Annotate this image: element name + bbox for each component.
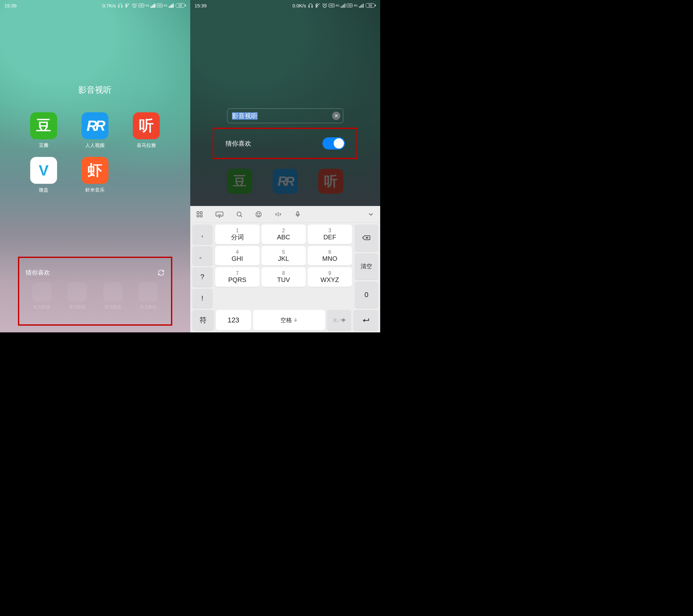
app-weipan[interactable]: V微盘 xyxy=(26,157,62,193)
mute-icon xyxy=(125,3,130,8)
app-ximalaya[interactable]: 听喜马拉雅 xyxy=(128,112,164,148)
dimmed-app-grid: 豆 RR 听 xyxy=(225,169,345,197)
collapse-keyboard-icon[interactable] xyxy=(368,211,374,218)
signal-icon xyxy=(359,3,364,8)
key-8[interactable]: 8TUV xyxy=(261,267,306,287)
key-exclaim[interactable]: ! xyxy=(192,289,213,308)
headphone-icon xyxy=(308,3,313,8)
svg-rect-9 xyxy=(200,212,202,213)
keyboard-toolbar xyxy=(190,206,380,223)
recommendation-placeholders: 暂无数据 暂无数据 暂无数据 暂无数据 xyxy=(26,282,164,310)
app-icon: 虾 xyxy=(81,157,108,184)
svg-point-20 xyxy=(237,212,241,216)
alarm-icon xyxy=(132,3,137,8)
svg-point-19 xyxy=(219,217,220,218)
app-icon: RR xyxy=(81,112,108,139)
backspace-icon xyxy=(361,234,371,241)
apps-icon[interactable] xyxy=(196,211,203,218)
placeholder-item: 暂无数据 xyxy=(61,282,94,310)
placeholder-item: 暂无数据 xyxy=(26,282,58,310)
svg-rect-0 xyxy=(118,6,119,7)
svg-rect-5 xyxy=(312,6,313,7)
alarm-icon xyxy=(322,3,327,8)
cursor-move-icon[interactable] xyxy=(274,211,282,218)
svg-point-22 xyxy=(256,212,261,217)
4g-label: 4G xyxy=(145,4,149,7)
app-icon: 听 xyxy=(133,112,160,139)
app-renren: RR xyxy=(271,169,299,197)
close-icon: ✕ xyxy=(334,113,338,119)
highlight-box: 猜你喜欢 xyxy=(213,128,358,159)
key-enter[interactable] xyxy=(353,310,378,331)
folder-title: 影音视听 xyxy=(0,84,190,96)
hd-badge: HD xyxy=(346,3,353,7)
key-2[interactable]: 2ABC xyxy=(261,224,306,244)
key-5[interactable]: 5JKL xyxy=(261,246,306,266)
signal-icon xyxy=(169,3,174,8)
key-7[interactable]: 7PQRS xyxy=(215,267,260,287)
keyboard-right-column: 清空 0 xyxy=(353,223,380,310)
enter-icon xyxy=(361,317,370,324)
status-bar: 15:39 0.7K/s HD 4G HD 4G 58 xyxy=(0,0,190,11)
clock: 15:39 xyxy=(4,3,17,8)
mic-icon[interactable] xyxy=(294,211,301,218)
4g-label: 4G xyxy=(164,4,167,7)
hd-badge: HD xyxy=(138,3,144,7)
keyboard-layout-icon[interactable] xyxy=(215,211,224,218)
app-ximalaya: 听 xyxy=(317,169,345,197)
app-douban[interactable]: 豆豆瓣 xyxy=(26,112,62,148)
svg-point-23 xyxy=(257,213,258,214)
key-123[interactable]: 123 xyxy=(216,310,251,331)
svg-rect-12 xyxy=(216,212,223,216)
svg-rect-10 xyxy=(197,215,199,217)
app-folder-grid: 豆豆瓣 RR人人视频 听喜马拉雅 V微盘 虾虾米音乐 xyxy=(26,112,164,193)
guess-you-like-toggle[interactable] xyxy=(322,137,345,150)
mute-icon xyxy=(315,3,320,8)
hd-badge: HD xyxy=(157,3,163,7)
app-xiami[interactable]: 虾虾米音乐 xyxy=(77,157,113,193)
key-question[interactable]: ? xyxy=(192,267,213,287)
keyboard-bottom-row: 符 123 空格 英／中 xyxy=(190,310,380,332)
search-icon[interactable] xyxy=(236,211,243,218)
refresh-icon[interactable] xyxy=(158,269,164,276)
key-clear[interactable]: 清空 xyxy=(355,253,378,280)
key-3[interactable]: 3DEF xyxy=(308,224,352,244)
keyboard: , 。 ? ! 1分词 2ABC 3DEF 4GHI 5JKL 6MNO 7PQ… xyxy=(190,206,380,332)
key-space[interactable]: 空格 xyxy=(253,310,325,331)
keyboard-body: , 。 ? ! 1分词 2ABC 3DEF 4GHI 5JKL 6MNO 7PQ… xyxy=(190,223,380,310)
key-4[interactable]: 4GHI xyxy=(215,246,260,266)
keyboard-numpad: 1分词 2ABC 3DEF 4GHI 5JKL 6MNO 7PQRS 8TUV … xyxy=(214,223,354,310)
folder-name-input[interactable] xyxy=(232,112,332,120)
hd-badge: HD xyxy=(329,3,335,7)
key-comma[interactable]: , xyxy=(192,224,213,244)
guess-you-like-row[interactable]: 猜你喜欢 xyxy=(26,266,164,280)
app-icon: 豆 xyxy=(30,112,57,139)
key-backspace[interactable] xyxy=(355,224,378,251)
emoji-icon[interactable] xyxy=(255,211,262,218)
phone-screen-left: 15:39 0.7K/s HD 4G HD 4G 58 影音视听 豆豆瓣 RR人… xyxy=(0,0,190,332)
battery-icon: 58 xyxy=(365,3,376,8)
battery-icon: 58 xyxy=(176,3,186,8)
svg-rect-1 xyxy=(122,6,122,7)
app-renren[interactable]: RR人人视频 xyxy=(77,112,113,148)
signal-icon xyxy=(151,3,155,8)
signal-icon xyxy=(341,3,345,8)
key-1[interactable]: 1分词 xyxy=(215,224,260,244)
app-icon: V xyxy=(30,157,57,184)
key-symbols[interactable]: 符 xyxy=(192,310,214,331)
4g-label: 4G xyxy=(336,4,339,7)
phone-screen-right: 15:39 0.0K/s HD 4G HD 4G 58 ✕ 猜你喜欢 豆 RR … xyxy=(190,0,380,332)
key-period[interactable]: 。 xyxy=(192,246,213,266)
4g-label: 4G xyxy=(354,4,357,7)
keyboard-punct-column: , 。 ? ! xyxy=(190,223,214,310)
clock: 15:39 xyxy=(195,3,207,8)
key-language[interactable]: 英／中 xyxy=(327,310,351,331)
key-0[interactable]: 0 xyxy=(355,281,378,308)
svg-rect-8 xyxy=(197,212,199,213)
net-speed: 0.7K/s xyxy=(102,3,116,8)
key-9[interactable]: 9WXYZ xyxy=(308,267,352,287)
guess-you-like-label: 猜你喜欢 xyxy=(225,139,251,148)
key-6[interactable]: 6MNO xyxy=(308,246,352,266)
folder-name-input-wrap[interactable]: ✕ xyxy=(227,108,343,123)
clear-input-button[interactable]: ✕ xyxy=(332,112,340,120)
